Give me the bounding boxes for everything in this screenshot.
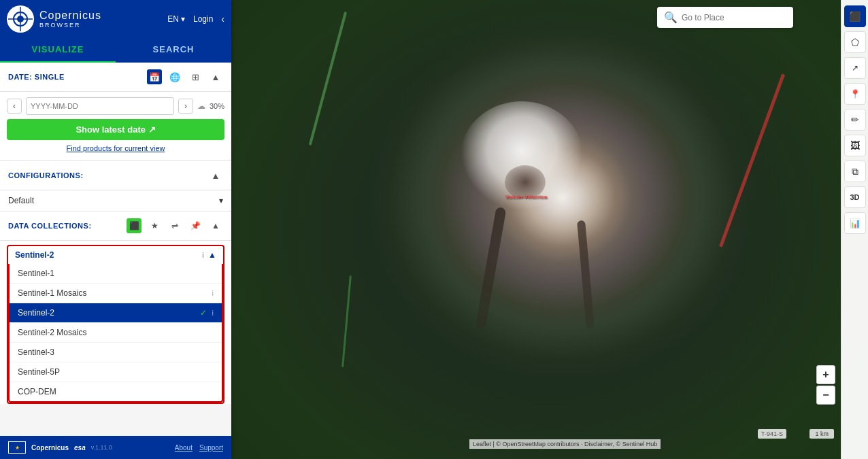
stack-layers-icon[interactable]: ⧉ (844, 160, 866, 182)
dropdown-info-icon[interactable]: i (202, 251, 204, 259)
esa-logo: esa (74, 444, 86, 452)
copernicus-footer-logo: Copernicus (31, 444, 69, 452)
login-button[interactable]: Login (193, 14, 213, 24)
date-next-button[interactable]: › (178, 99, 193, 114)
list-item[interactable]: Sentinel-1 Mosaics i (10, 284, 222, 303)
config-default-label: Default (8, 196, 34, 205)
tab-bar: VISUALIZE SEARCH (0, 37, 231, 63)
search-icon: 🔍 (664, 11, 678, 24)
collapse-sidebar-button[interactable]: ‹ (221, 14, 224, 24)
logo-text: Copernicus BROWSER (39, 9, 101, 29)
show-latest-date-button[interactable]: Show latest date ↗ (7, 119, 224, 140)
config-dropdown-chevron: ▾ (219, 196, 223, 205)
image-export-icon[interactable]: 🖼 (844, 135, 866, 156)
date-globe-icon[interactable]: 🌐 (167, 69, 182, 84)
map-volcano-label: Volcán Villarrica (505, 193, 547, 200)
logo-icon (7, 5, 34, 33)
list-item[interactable]: Sentinel-2 Mosaics (10, 323, 222, 343)
tile-info: T-941-S (758, 429, 786, 439)
pencil-icon[interactable]: ✏ (844, 109, 866, 131)
date-section-title: DATE: SINGLE (8, 73, 65, 81)
data-collections-pin-icon[interactable]: 📌 (188, 218, 203, 233)
pin-icon[interactable]: 📍 (844, 83, 866, 105)
support-link[interactable]: Support (199, 444, 223, 452)
map-container[interactable]: Volcán Villarrica T-941-S Leaflet | © Op… (231, 0, 868, 459)
list-item[interactable]: Sentinel-2 ✓ i (10, 303, 222, 323)
map-attribution: Leaflet | © OpenStreetMap contributors ·… (469, 439, 661, 449)
data-collections-collapse-icon[interactable]: ▲ (208, 218, 223, 233)
date-calendar-icon[interactable]: 📅 (147, 69, 162, 84)
date-collapse-icon[interactable]: ▲ (208, 69, 223, 84)
cloud-percent: 30% (210, 102, 224, 110)
info-icon[interactable]: i (212, 309, 214, 317)
configurations-section: CONFIGURATIONS: ▲ Default ▾ (0, 161, 231, 211)
data-collections-section: DATA COLLECTIONS: ⬛ ★ ⇌ 📌 ▲ Sentinel-2 i… (0, 211, 231, 404)
language-selector[interactable]: EN ▾ (167, 14, 185, 24)
tab-visualize[interactable]: VISUALIZE (0, 37, 116, 63)
layers-icon[interactable]: ⬛ (844, 5, 866, 27)
data-collections-header: DATA COLLECTIONS: ⬛ ★ ⇌ 📌 ▲ (0, 211, 231, 241)
cloud-icon: ☁ (197, 101, 205, 111)
polygon-draw-icon[interactable]: ⬠ (844, 31, 866, 53)
dropdown-selected-row[interactable]: Sentinel-2 i ▲ (8, 246, 223, 264)
date-prev-button[interactable]: ‹ (7, 99, 22, 114)
scale-bar: 1 km (809, 429, 834, 439)
3d-icon[interactable]: 3D (844, 186, 866, 208)
about-link[interactable]: About (175, 444, 193, 452)
dropdown-selected-container: Sentinel-2 i ▲ Sentinel-1 Senti (7, 245, 224, 404)
zoom-out-button[interactable]: − (816, 386, 835, 405)
dropdown-selected-label: Sentinel-2 (15, 250, 54, 260)
go-to-place-bar[interactable]: 🔍 (657, 7, 793, 28)
zoom-in-button[interactable]: + (816, 365, 835, 384)
sidebar-content: DATE: SINGLE 📅 🌐 ⊞ ▲ ‹ › ☁ 30% Show late… (0, 63, 231, 436)
configurations-title: CONFIGURATIONS: (8, 171, 84, 180)
data-collections-filter-icon[interactable]: ⇌ (167, 218, 182, 233)
footer-links: About Support (175, 444, 223, 452)
check-icon: ✓ (200, 308, 207, 318)
date-section-icons: 📅 🌐 ⊞ ▲ (147, 69, 223, 84)
configurations-header: CONFIGURATIONS: ▲ (0, 161, 231, 190)
list-item[interactable]: COP-DEM (10, 382, 222, 401)
sidebar: Copernicus BROWSER EN ▾ Login ‹ VISUALIZ… (0, 0, 231, 459)
data-collections-title: DATA COLLECTIONS: (8, 222, 121, 230)
eu-flag-icon: ★ (8, 441, 26, 454)
date-grid-icon[interactable]: ⊞ (188, 69, 203, 84)
data-collections-star-icon[interactable]: ★ (147, 218, 162, 233)
dropdown-chevron-icon: ▲ (208, 250, 216, 260)
zoom-controls: + − (816, 365, 835, 405)
header: Copernicus BROWSER EN ▾ Login ‹ (0, 0, 231, 37)
configurations-collapse-icon[interactable]: ▲ (208, 168, 223, 183)
header-right: EN ▾ Login ‹ (167, 14, 224, 24)
date-section-body: ‹ › ☁ 30% Show latest date ↗ Find produc… (0, 92, 231, 161)
date-row: ‹ › ☁ 30% (7, 97, 224, 115)
data-collections-layer-icon[interactable]: ⬛ (127, 218, 141, 233)
configurations-dropdown[interactable]: Default ▾ (0, 190, 231, 211)
list-item[interactable]: Sentinel-1 (10, 264, 222, 284)
search-input[interactable] (682, 13, 784, 22)
info-icon[interactable]: i (212, 289, 214, 297)
footer: ★ Copernicus esa v.1.11.0 About Support (0, 436, 231, 459)
list-item[interactable]: Sentinel-5P (10, 362, 222, 382)
chart-icon[interactable]: 📊 (844, 212, 866, 234)
tab-search[interactable]: SEARCH (116, 37, 231, 63)
measure-icon[interactable]: ↗ (844, 57, 866, 79)
list-item[interactable]: Sentinel-3 (10, 343, 222, 362)
right-toolbar: ⬛ ⬠ ↗ 📍 ✏ 🖼 ⧉ 3D 📊 (841, 0, 868, 459)
top-search-area: 🔍 (245, 7, 827, 28)
find-products-link[interactable]: Find products for current view (7, 144, 224, 152)
logo-area: Copernicus BROWSER (7, 5, 101, 33)
version-label: v.1.11.0 (91, 444, 112, 451)
date-input[interactable] (26, 97, 174, 115)
dropdown-list: Sentinel-1 Sentinel-1 Mosaics i Sentinel… (8, 264, 223, 403)
date-section-header: DATE: SINGLE 📅 🌐 ⊞ ▲ (0, 63, 231, 92)
data-collections-dropdown[interactable]: Sentinel-2 i ▲ Sentinel-1 Senti (7, 245, 224, 404)
